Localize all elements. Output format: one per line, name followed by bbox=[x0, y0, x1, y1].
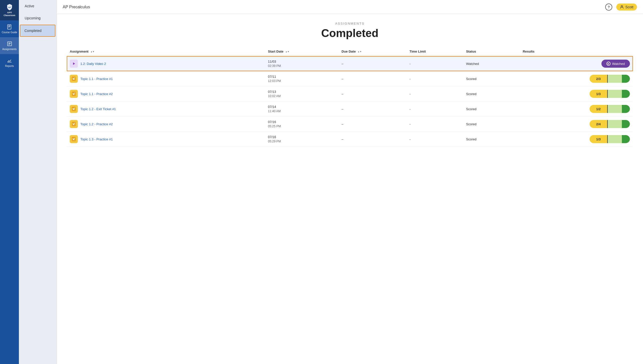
results-cell[interactable]: ▶ Watched bbox=[520, 56, 633, 71]
start-date-cell: 07/11 12:03 PM bbox=[265, 71, 339, 86]
secondary-nav-active[interactable]: Active bbox=[19, 0, 56, 12]
due-date: – bbox=[342, 122, 343, 126]
assignment-cell[interactable]: Topic 1.1 - Practice #2 bbox=[67, 86, 265, 101]
user-menu-button[interactable]: Scott bbox=[616, 4, 637, 11]
assignment-cell[interactable]: Topic 1.2 - Practice #2 bbox=[67, 116, 265, 132]
time-limit: - bbox=[410, 107, 411, 111]
time-limit-cell: - bbox=[407, 71, 463, 86]
status-cell: Scored bbox=[463, 132, 520, 147]
results-cell[interactable]: 2/4 bbox=[520, 116, 633, 132]
start-date-cell: 07/13 10:02 AM bbox=[265, 86, 339, 101]
time-limit-cell: - bbox=[407, 101, 463, 116]
col-header-assignment[interactable]: Assignment ▲▼ bbox=[67, 47, 265, 56]
sidebar-item-course-guide[interactable]: Course Guide bbox=[0, 20, 19, 37]
svg-marker-10 bbox=[73, 62, 75, 65]
score-bar[interactable]: 1/3 bbox=[523, 135, 630, 143]
time-limit: - bbox=[410, 137, 411, 141]
due-date-cell: – bbox=[339, 116, 407, 132]
results-cell[interactable]: 1/3 bbox=[520, 132, 633, 147]
assignment-name[interactable]: 1.2: Daily Video 2 bbox=[80, 62, 106, 66]
score-light-green bbox=[608, 120, 622, 128]
table-row[interactable]: Topic 1.3 - Practice #1 07/16 05:29 PM –… bbox=[67, 132, 633, 147]
start-date: 07/16 bbox=[268, 120, 335, 124]
score-bar[interactable]: 1/2 bbox=[523, 105, 630, 113]
table-row[interactable]: Topic 1.2 - Practice #2 07/16 05:25 PM –… bbox=[67, 116, 633, 132]
table-row[interactable]: Topic 1.1 - Practice #2 07/13 10:02 AM –… bbox=[67, 86, 633, 101]
secondary-nav: Active Upcoming Completed bbox=[19, 0, 57, 364]
due-date-cell: – bbox=[339, 86, 407, 101]
results-cell[interactable]: 1/2 bbox=[520, 101, 633, 116]
sidebar-item-reports[interactable]: Reports bbox=[0, 54, 19, 71]
page-title: Completed bbox=[67, 27, 633, 39]
status-badge: Scored bbox=[466, 92, 477, 96]
score-dark-green bbox=[622, 135, 630, 143]
assignment-name[interactable]: Topic 1.2 - Practice #2 bbox=[80, 122, 113, 126]
secondary-nav-completed[interactable]: Completed bbox=[20, 25, 55, 37]
due-date: – bbox=[342, 92, 343, 96]
start-date-cell: 07/16 05:29 PM bbox=[265, 132, 339, 147]
header-actions: ? Scott bbox=[605, 4, 637, 11]
help-button[interactable]: ? bbox=[605, 4, 612, 11]
assignments-icon bbox=[7, 41, 13, 47]
assignment-cell[interactable]: Topic 1.3 - Practice #1 bbox=[67, 132, 265, 147]
table-row[interactable]: 1.2: Daily Video 2 11/03 02:39 PM – - Wa… bbox=[67, 56, 633, 71]
assignment-name[interactable]: Topic 1.1 - Practice #2 bbox=[80, 92, 113, 96]
score-bar[interactable]: 1/3 bbox=[523, 90, 630, 98]
user-name: Scott bbox=[625, 5, 633, 9]
score-bar[interactable]: 2/3 bbox=[523, 75, 630, 83]
assignment-cell[interactable]: Topic 1.1 - Practice #1 bbox=[67, 71, 265, 86]
book-icon bbox=[7, 24, 13, 30]
start-time: 12:03 PM bbox=[268, 79, 335, 83]
start-date-cell: 11/03 02:39 PM bbox=[265, 56, 339, 71]
assignment-cell[interactable]: 1.2: Daily Video 2 bbox=[67, 56, 265, 71]
user-icon bbox=[620, 5, 624, 9]
results-cell[interactable]: 2/3 bbox=[520, 71, 633, 86]
chart-icon bbox=[7, 58, 13, 64]
col-header-duedate[interactable]: Due Date ▲▼ bbox=[339, 47, 407, 56]
score-dark-green bbox=[622, 120, 630, 128]
assignment-name[interactable]: Topic 1.1 - Practice #1 bbox=[80, 77, 113, 81]
status-cell: Scored bbox=[463, 86, 520, 101]
course-title: AP Precalculus bbox=[63, 5, 90, 9]
assignment-cell[interactable]: Topic 1.2 - Exit Ticket #1 bbox=[67, 101, 265, 116]
watched-button[interactable]: ▶ Watched bbox=[601, 60, 630, 68]
status-cell: Scored bbox=[463, 116, 520, 132]
score-yellow: 1/2 bbox=[590, 105, 607, 113]
score-dark-green bbox=[622, 75, 630, 83]
start-date: 11/03 bbox=[268, 59, 335, 64]
score-bar[interactable]: 2/4 bbox=[523, 120, 630, 128]
secondary-nav-upcoming[interactable]: Upcoming bbox=[19, 12, 56, 24]
status-cell: Scored bbox=[463, 71, 520, 86]
status-badge: Scored bbox=[466, 107, 477, 111]
score-yellow: 2/4 bbox=[590, 120, 607, 128]
assignment-name[interactable]: Topic 1.3 - Practice #1 bbox=[80, 137, 113, 141]
table-row[interactable]: Topic 1.1 - Practice #1 07/11 12:03 PM –… bbox=[67, 71, 633, 86]
page-content: ASSIGNMENTS Completed Assignment ▲▼ Star… bbox=[57, 14, 643, 364]
logo-area[interactable]: AP AP® Classroom bbox=[0, 0, 19, 20]
watched-label: Watched bbox=[612, 62, 625, 66]
col-header-startdate[interactable]: Start Date ▲▼ bbox=[265, 47, 339, 56]
time-limit-cell: - bbox=[407, 56, 463, 71]
sort-icon-assignment: ▲▼ bbox=[90, 51, 94, 53]
sidebar-item-assignments[interactable]: Assignments bbox=[0, 37, 19, 54]
col-header-results: Results bbox=[520, 47, 633, 56]
sidebar-item-reports-label: Reports bbox=[5, 65, 14, 67]
start-date: 07/16 bbox=[268, 135, 335, 139]
svg-point-9 bbox=[621, 6, 623, 7]
top-header: AP Precalculus ? Scott bbox=[57, 0, 643, 14]
time-limit-cell: - bbox=[407, 86, 463, 101]
score-yellow: 2/3 bbox=[590, 75, 607, 83]
video-icon bbox=[70, 60, 78, 68]
results-cell[interactable]: 1/3 bbox=[520, 86, 633, 101]
assignment-name[interactable]: Topic 1.2 - Exit Ticket #1 bbox=[80, 107, 116, 111]
score-dark-green bbox=[622, 105, 630, 113]
score-yellow: 1/3 bbox=[590, 90, 607, 98]
score-yellow: 1/3 bbox=[590, 135, 607, 143]
due-date-cell: – bbox=[339, 56, 407, 71]
status-badge: Scored bbox=[466, 77, 477, 81]
main-content: AP Precalculus ? Scott ASSIGNMENTS Compl… bbox=[57, 0, 643, 364]
score-light-green bbox=[608, 75, 622, 83]
status-badge: Watched bbox=[466, 62, 479, 66]
due-date-cell: – bbox=[339, 71, 407, 86]
table-row[interactable]: Topic 1.2 - Exit Ticket #1 07/14 11:40 A… bbox=[67, 101, 633, 116]
